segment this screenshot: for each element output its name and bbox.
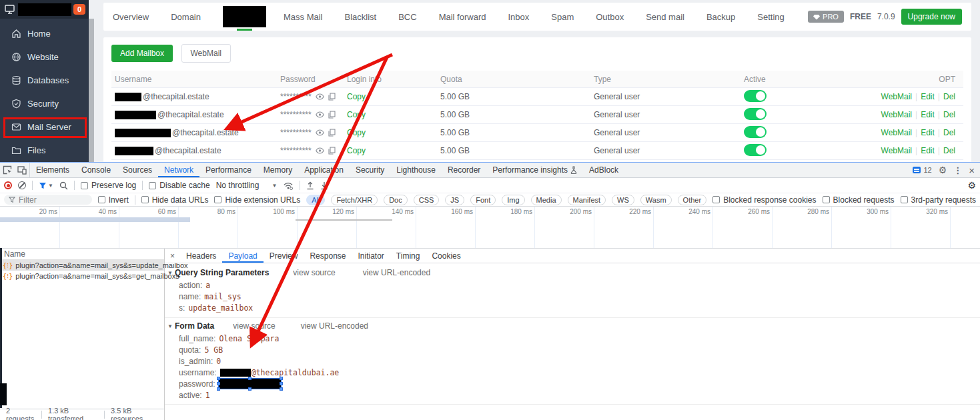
tab-inbox[interactable]: Inbox bbox=[508, 12, 529, 22]
filter-pill-doc[interactable]: Doc bbox=[384, 195, 408, 205]
blocked-requests-checkbox[interactable]: Blocked requests bbox=[823, 195, 895, 205]
filter-pill-css[interactable]: CSS bbox=[414, 195, 440, 205]
webmail-link[interactable]: WebMail bbox=[881, 92, 912, 101]
detail-tab-payload[interactable]: Payload bbox=[222, 249, 263, 263]
filter-input[interactable]: Filter bbox=[4, 195, 92, 205]
view-url-encoded-link[interactable]: view URL-encoded bbox=[363, 268, 430, 277]
copy-password-icon[interactable] bbox=[328, 93, 336, 101]
sidebar-scrollbar[interactable] bbox=[89, 19, 94, 162]
tab-send-mail[interactable]: Send mail bbox=[646, 12, 684, 22]
copy-password-icon[interactable] bbox=[328, 111, 336, 119]
export-har-icon[interactable] bbox=[320, 181, 328, 190]
edit-link[interactable]: Edit bbox=[921, 92, 935, 101]
form-data-title[interactable]: Form Data bbox=[175, 321, 214, 331]
webmail-link[interactable]: WebMail bbox=[881, 146, 912, 155]
detail-tab-initiator[interactable]: Initiator bbox=[352, 249, 390, 263]
disable-cache-checkbox[interactable]: Disable cache bbox=[149, 181, 209, 190]
device-toolbar-icon[interactable] bbox=[17, 166, 27, 175]
active-toggle[interactable] bbox=[744, 90, 767, 102]
tab-blacklist[interactable]: Blacklist bbox=[345, 12, 377, 22]
request-name-column-header[interactable]: Name bbox=[0, 249, 164, 260]
filter-pill-js[interactable]: JS bbox=[445, 195, 464, 205]
active-toggle[interactable] bbox=[744, 144, 767, 156]
webmail-link[interactable]: WebMail bbox=[881, 128, 912, 137]
edit-link[interactable]: Edit bbox=[921, 110, 935, 119]
close-detail-icon[interactable]: × bbox=[165, 249, 180, 263]
tab-mass-mail[interactable]: Mass Mail bbox=[284, 12, 323, 22]
login-info-copy-link[interactable]: Copy bbox=[347, 146, 440, 155]
filter-pill-fetch-xhr[interactable]: Fetch/XHR bbox=[331, 195, 378, 205]
tab-mail-forward[interactable]: Mail forward bbox=[439, 12, 486, 22]
del-link[interactable]: Del bbox=[943, 128, 955, 137]
network-conditions-icon[interactable] bbox=[283, 181, 294, 190]
network-overview-timeline[interactable]: 20 ms 40 ms 60 ms 80 ms 100 ms 120 ms 14… bbox=[0, 207, 980, 249]
del-link[interactable]: Del bbox=[943, 146, 955, 155]
devtools-close-icon[interactable]: × bbox=[969, 165, 975, 176]
filter-pill-all[interactable]: All bbox=[306, 195, 325, 205]
detail-tab-timing[interactable]: Timing bbox=[390, 249, 426, 263]
view-url-encoded-link[interactable]: view URL-encoded bbox=[301, 321, 368, 331]
devtools-tab-lighthouse[interactable]: Lighthouse bbox=[390, 163, 442, 177]
copy-password-icon[interactable] bbox=[328, 129, 336, 137]
blocked-response-cookies-checkbox[interactable]: Blocked response cookies bbox=[712, 195, 816, 205]
preserve-log-checkbox[interactable]: Preserve log bbox=[81, 181, 136, 190]
filter-pill-media[interactable]: Media bbox=[531, 195, 562, 205]
active-toggle[interactable] bbox=[744, 126, 767, 138]
hide-extension-urls-checkbox[interactable]: Hide extension URLs bbox=[214, 195, 300, 205]
hide-data-urls-checkbox[interactable]: Hide data URLs bbox=[141, 195, 209, 205]
collapse-triangle-icon[interactable]: ▼ bbox=[167, 270, 173, 276]
devtools-tab-performance[interactable]: Performance bbox=[199, 163, 258, 177]
filter-toggle-button[interactable]: ▼ bbox=[39, 182, 53, 189]
edit-link[interactable]: Edit bbox=[921, 146, 935, 155]
login-info-copy-link[interactable]: Copy bbox=[347, 128, 440, 137]
inspect-element-icon[interactable] bbox=[3, 165, 12, 175]
devtools-tab-adblock[interactable]: AdBlock bbox=[583, 163, 624, 177]
filter-pill-wasm[interactable]: Wasm bbox=[640, 195, 672, 205]
request-row-get-mailboxs[interactable]: {⁝} plugin?action=a&name=mail_sys&s=get_… bbox=[0, 271, 164, 281]
devtools-tab-memory[interactable]: Memory bbox=[258, 163, 298, 177]
sidebar-item-security[interactable]: Security bbox=[0, 92, 89, 115]
devtools-tab-recorder[interactable]: Recorder bbox=[442, 163, 486, 177]
devtools-menu-kebab-icon[interactable]: ⋮ bbox=[953, 165, 962, 175]
tab-setting[interactable]: Setting bbox=[757, 12, 784, 22]
sidebar-item-home[interactable]: Home bbox=[0, 22, 89, 45]
devtools-tab-network[interactable]: Network bbox=[158, 163, 199, 177]
edit-link[interactable]: Edit bbox=[921, 128, 935, 137]
login-info-copy-link[interactable]: Copy bbox=[347, 92, 440, 101]
tab-domain[interactable]: Domain bbox=[171, 12, 201, 22]
detail-tab-cookies[interactable]: Cookies bbox=[426, 249, 466, 263]
record-network-log-button[interactable] bbox=[4, 181, 12, 189]
query-string-title[interactable]: Query String Parameters bbox=[175, 268, 269, 277]
devtools-tab-performance-insights[interactable]: Performance insights bbox=[486, 163, 583, 177]
view-source-link[interactable]: view source bbox=[293, 268, 335, 277]
tab-outbox[interactable]: Outbox bbox=[596, 12, 624, 22]
upgrade-now-button[interactable]: Upgrade now bbox=[901, 9, 962, 25]
devtools-settings-gear-icon[interactable]: ⚙ bbox=[939, 165, 947, 175]
copy-password-icon[interactable] bbox=[328, 147, 336, 155]
sidebar-item-website[interactable]: Website bbox=[0, 45, 89, 69]
webmail-link[interactable]: WebMail bbox=[881, 110, 912, 119]
import-har-icon[interactable] bbox=[306, 181, 314, 190]
request-row-update-mailbox[interactable]: {⁝} plugin?action=a&name=mail_sys&s=upda… bbox=[0, 260, 164, 271]
invert-checkbox[interactable]: Invert bbox=[98, 195, 129, 205]
show-password-icon[interactable] bbox=[316, 129, 324, 136]
issues-counter[interactable]: 12 bbox=[913, 166, 931, 174]
tab-overview[interactable]: Overview bbox=[113, 12, 149, 22]
throttling-dropdown[interactable]: No throttling▼ bbox=[216, 181, 278, 190]
password-redaction-selected[interactable] bbox=[219, 379, 281, 389]
show-password-icon[interactable] bbox=[316, 111, 324, 118]
filter-pill-img[interactable]: Img bbox=[502, 195, 524, 205]
filter-pill-manifest[interactable]: Manifest bbox=[568, 195, 606, 205]
show-password-icon[interactable] bbox=[316, 93, 324, 100]
sidebar-item-files[interactable]: Files bbox=[0, 139, 89, 162]
tab-bcc[interactable]: BCC bbox=[398, 12, 416, 22]
sidebar-item-databases[interactable]: Databases bbox=[0, 69, 89, 92]
search-icon[interactable] bbox=[59, 181, 68, 190]
filter-pill-font[interactable]: Font bbox=[470, 195, 496, 205]
detail-tab-headers[interactable]: Headers bbox=[180, 249, 222, 263]
devtools-tab-console[interactable]: Console bbox=[75, 163, 117, 177]
notification-badge[interactable]: 0 bbox=[73, 4, 85, 15]
devtools-tab-security[interactable]: Security bbox=[350, 163, 390, 177]
tab-spam[interactable]: Spam bbox=[551, 12, 574, 22]
third-party-requests-checkbox[interactable]: 3rd-party requests bbox=[901, 195, 976, 205]
